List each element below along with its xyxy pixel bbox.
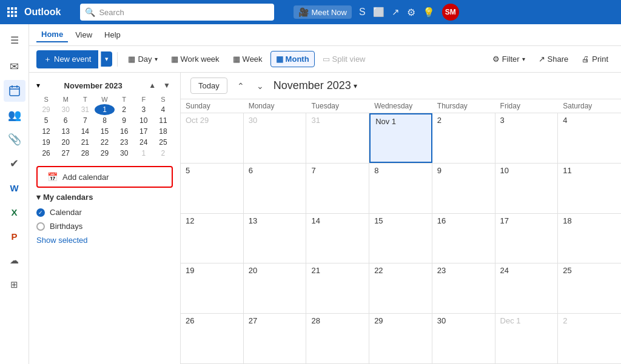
mini-cal-cell[interactable]: 30 — [56, 104, 75, 115]
calendar-cell[interactable]: Nov 1 — [369, 113, 432, 163]
calendar-cell[interactable]: 29 — [369, 314, 432, 363]
calendar-cell[interactable]: 30 — [244, 113, 307, 163]
mini-cal-cell[interactable]: 2 — [115, 104, 134, 115]
mini-cal-next[interactable]: ▼ — [161, 80, 173, 91]
calendar-item-calendar[interactable]: Calendar — [36, 205, 173, 219]
add-calendar-button[interactable]: 📅 Add calendar — [36, 166, 173, 188]
mini-cal-cell[interactable]: 15 — [95, 126, 114, 137]
attachment-icon[interactable]: 📎 — [4, 128, 25, 150]
feedback-icon[interactable]: ↗ — [392, 7, 400, 18]
calendar-cell[interactable]: 8 — [369, 164, 432, 213]
mini-cal-cell[interactable]: 28 — [75, 148, 95, 159]
help-menu[interactable]: Help — [99, 28, 126, 42]
calendar-cell[interactable]: 3 — [495, 113, 559, 163]
skype-icon[interactable]: S — [359, 7, 366, 18]
mini-cal-cell[interactable]: 30 — [115, 148, 134, 159]
mini-cal-cell[interactable]: 31 — [75, 104, 95, 115]
mini-cal-cell[interactable]: 5 — [36, 115, 56, 126]
calendar-cell[interactable]: 17 — [495, 214, 559, 263]
mini-cal-cell[interactable]: 1 — [95, 104, 114, 115]
calendar-cell[interactable]: 19 — [181, 263, 244, 313]
mini-cal-cell[interactable]: 11 — [153, 115, 173, 126]
share-button[interactable]: ↗ Share — [533, 51, 574, 67]
mini-cal-cell[interactable]: 17 — [134, 126, 153, 137]
calendar-cell[interactable]: Oct 29 — [181, 113, 244, 163]
calendar-cell[interactable]: 5 — [181, 164, 244, 213]
mini-cal-cell[interactable]: 26 — [36, 148, 56, 159]
excel-icon[interactable]: X — [4, 201, 25, 223]
calendar-cell[interactable]: 12 — [181, 214, 244, 263]
calendar-cell[interactable]: 27 — [244, 314, 307, 363]
calendar-cell[interactable]: 4 — [558, 113, 621, 163]
calendar-cell[interactable]: 15 — [369, 214, 432, 263]
word-icon[interactable]: W — [4, 177, 25, 199]
calendar-cell[interactable]: 28 — [306, 314, 369, 363]
devices-icon[interactable]: ⬜ — [373, 7, 384, 18]
meet-now-button[interactable]: 🎥 Meet Now — [294, 5, 352, 19]
mini-cal-cell[interactable]: 7 — [75, 115, 95, 126]
calendar-cell[interactable]: 31 — [306, 113, 369, 163]
calendar-cell[interactable]: 24 — [495, 263, 559, 313]
print-button[interactable]: 🖨 Print — [576, 51, 614, 67]
mini-cal-cell[interactable]: 10 — [134, 115, 153, 126]
week-button[interactable]: ▦ Week — [227, 51, 268, 67]
mini-cal-cell[interactable]: 13 — [56, 126, 75, 137]
mini-cal-cell[interactable]: 21 — [75, 137, 95, 148]
mini-cal-collapse[interactable]: ▾ — [36, 81, 40, 90]
mini-cal-cell[interactable]: 16 — [115, 126, 134, 137]
todo-icon[interactable]: ✔ — [4, 153, 25, 174]
calendar-item-birthdays[interactable]: Birthdays — [36, 219, 173, 233]
powerpoint-icon[interactable]: P — [4, 225, 25, 247]
mini-cal-cell[interactable]: 19 — [36, 137, 56, 148]
work-week-button[interactable]: ▦ Work week — [166, 51, 225, 67]
today-button[interactable]: Today — [190, 78, 227, 94]
calendar-cell[interactable]: 18 — [558, 214, 621, 263]
calendar-cell[interactable]: 21 — [306, 263, 369, 313]
mini-cal-cell[interactable]: 18 — [153, 126, 173, 137]
calendar-icon[interactable] — [4, 80, 25, 102]
calendar-cell[interactable]: 2 — [558, 314, 621, 363]
mini-cal-cell[interactable]: 12 — [36, 126, 56, 137]
show-selected-link[interactable]: Show selected — [36, 233, 173, 247]
mini-cal-cell[interactable]: 14 — [75, 126, 95, 137]
calendar-cell[interactable]: 23 — [432, 263, 495, 313]
mini-cal-cell[interactable]: 9 — [115, 115, 134, 126]
calendar-cell[interactable]: 25 — [558, 263, 621, 313]
calendar-cell[interactable]: 11 — [558, 164, 621, 213]
apps-icon[interactable]: ⊞ — [4, 274, 25, 296]
calendar-cell[interactable]: 30 — [432, 314, 495, 363]
split-view-button[interactable]: ▭ Split view — [317, 51, 371, 67]
mini-cal-cell[interactable]: 20 — [56, 137, 75, 148]
calendar-cell[interactable]: 9 — [432, 164, 495, 213]
calendar-cell[interactable]: 7 — [306, 164, 369, 213]
calendar-cell[interactable]: 13 — [244, 214, 307, 263]
cal-title-chevron[interactable]: ▾ — [354, 82, 357, 90]
calendar-cell[interactable]: 6 — [244, 164, 307, 213]
mini-cal-cell[interactable]: 23 — [115, 137, 134, 148]
calendar-cell[interactable]: 16 — [432, 214, 495, 263]
view-menu[interactable]: View — [70, 28, 97, 42]
calendar-cell[interactable]: 2 — [432, 113, 495, 163]
mini-cal-cell[interactable]: 29 — [95, 148, 114, 159]
mini-cal-cell[interactable]: 22 — [95, 137, 114, 148]
calendar-cell[interactable]: 22 — [369, 263, 432, 313]
mini-cal-cell[interactable]: 3 — [134, 104, 153, 115]
my-calendars-header[interactable]: ▾ My calendars — [36, 193, 173, 202]
next-month-button[interactable]: ⌄ — [252, 79, 269, 93]
calendar-cell[interactable]: Dec 1 — [495, 314, 559, 363]
home-menu[interactable]: Home — [36, 27, 68, 42]
mini-cal-cell[interactable]: 25 — [153, 137, 173, 148]
mini-cal-cell[interactable]: 29 — [36, 104, 56, 115]
day-view-button[interactable]: ▦ Day ▾ — [123, 51, 163, 67]
new-event-button[interactable]: ＋ New event — [36, 50, 98, 68]
people-icon[interactable]: 👥 — [4, 104, 25, 126]
mini-cal-cell[interactable]: 4 — [153, 104, 173, 115]
new-event-dropdown[interactable]: ▾ — [101, 51, 112, 67]
mini-cal-prev[interactable]: ▲ — [146, 80, 158, 91]
mini-cal-cell[interactable]: 8 — [95, 115, 114, 126]
prev-month-button[interactable]: ⌃ — [232, 79, 249, 93]
calendar-checkbox-birthdays[interactable] — [36, 222, 45, 231]
search-bar[interactable]: 🔍 Search — [80, 4, 274, 21]
mini-cal-cell[interactable]: 6 — [56, 115, 75, 126]
mini-cal-cell[interactable]: 2 — [153, 148, 173, 159]
